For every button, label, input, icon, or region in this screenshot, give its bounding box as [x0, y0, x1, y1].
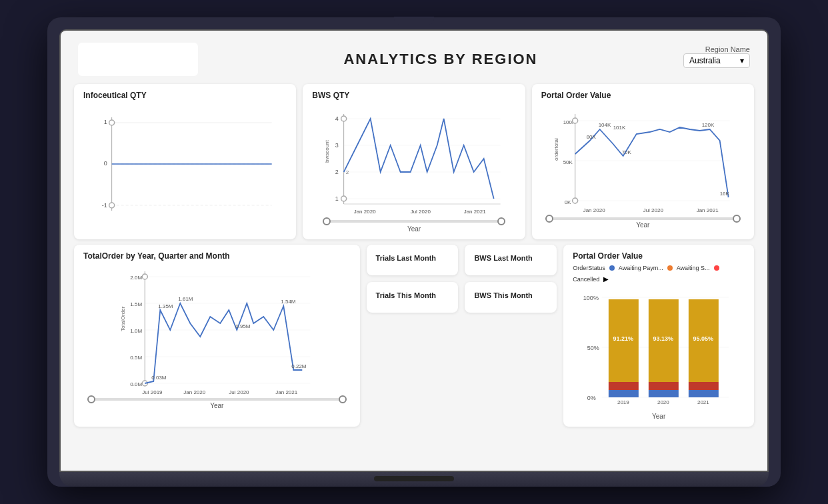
svg-rect-89	[689, 390, 719, 397]
region-filter: Region Name Australia ▾	[683, 45, 750, 68]
filter-label: Region Name	[683, 45, 750, 53]
svg-text:0.22M: 0.22M	[291, 363, 307, 369]
infoceutical-chart: 1 0 -1	[83, 104, 287, 217]
svg-text:1.54M: 1.54M	[281, 299, 296, 305]
svg-point-36	[572, 198, 577, 203]
svg-rect-83	[649, 382, 679, 390]
svg-rect-84	[649, 390, 679, 397]
svg-text:TotalOrder: TotalOrder	[120, 306, 126, 331]
legend-cancelled: Cancelled	[573, 276, 599, 283]
svg-text:2: 2	[346, 169, 349, 175]
svg-text:0: 0	[104, 160, 107, 167]
svg-text:2: 2	[335, 169, 339, 175]
legend-more-icon[interactable]: ▶	[603, 275, 609, 283]
bws-this-month-card: BWS This Month	[465, 282, 557, 313]
total-order-slider[interactable]	[87, 398, 347, 401]
svg-text:1.0M: 1.0M	[130, 328, 142, 334]
portal-order-year-label: Year	[541, 221, 745, 229]
chevron-down-icon: ▾	[740, 56, 744, 65]
bws-qty-slider[interactable]	[323, 220, 505, 223]
svg-text:50%: 50%	[587, 345, 599, 351]
order-status-label: OrderStatus	[573, 265, 605, 271]
portal-order-value-top-title: Portal Order Value	[541, 91, 745, 100]
svg-text:101K: 101K	[613, 125, 625, 131]
dashboard-header: ANALYTICS BY REGION Region Name Australi…	[67, 37, 761, 79]
order-status-legend: OrderStatus Awaiting Paym... Awaiting S.…	[573, 265, 745, 283]
total-order-year-label: Year	[83, 402, 351, 409]
top-row-grid: Infoceutical QTY 1 0 -1	[67, 79, 761, 245]
svg-point-21	[341, 116, 347, 121]
bws-qty-card: BWS QTY bwscount 4 3 2 1	[303, 84, 525, 239]
page-title: ANALYTICS BY REGION	[343, 51, 537, 68]
svg-text:0.95M: 0.95M	[235, 323, 251, 329]
svg-text:Jul 2020: Jul 2020	[411, 209, 431, 215]
svg-text:ordertotal: ordertotal	[553, 138, 559, 161]
svg-text:Jan 2020: Jan 2020	[183, 389, 205, 395]
svg-text:1.35M: 1.35M	[158, 303, 173, 309]
svg-text:3: 3	[335, 142, 339, 149]
svg-text:95.05%: 95.05%	[693, 335, 714, 342]
infoceutical-title: Infoceutical QTY	[83, 91, 287, 100]
mini-cards-column: Trials Last Month BWS Last Month Trials …	[367, 245, 557, 427]
bws-qty-year-label: Year	[312, 225, 515, 233]
stacked-bar-chart: 100% 50% 0% 91.21%	[573, 285, 745, 411]
svg-text:Jul 2020: Jul 2020	[229, 389, 249, 395]
svg-point-22	[341, 196, 347, 201]
svg-text:50K: 50K	[563, 159, 573, 165]
bottom-row-grid: TotalOrder by Year, Quarter and Month To…	[67, 245, 761, 433]
svg-text:80K: 80K	[586, 134, 596, 140]
svg-text:Jul 2020: Jul 2020	[643, 207, 663, 213]
svg-text:70K: 70K	[621, 149, 631, 155]
legend-awaiting-ship: Awaiting S...	[677, 265, 710, 271]
bws-this-month-title: BWS This Month	[474, 291, 547, 299]
svg-text:Jan 2021: Jan 2021	[464, 209, 486, 215]
trials-last-month-title: Trials Last Month	[376, 254, 449, 262]
bws-last-month-card: BWS Last Month	[465, 245, 557, 275]
svg-text:bwscount: bwscount	[324, 139, 330, 163]
company-logo	[78, 43, 198, 76]
laptop-screen: ANALYTICS BY REGION Region Name Australi…	[59, 29, 769, 472]
legend-dot-awaiting-ship	[667, 265, 673, 271]
trials-last-month-card: Trials Last Month	[367, 245, 459, 275]
svg-point-58	[142, 274, 147, 279]
bws-qty-title: BWS QTY	[312, 91, 515, 100]
svg-text:Jan 2021: Jan 2021	[696, 207, 718, 213]
laptop-base	[59, 472, 769, 487]
camera-notch	[394, 17, 434, 25]
svg-text:Jan 2020: Jan 2020	[354, 209, 376, 215]
portal-order-slider[interactable]	[545, 217, 741, 220]
svg-text:1.5M: 1.5M	[130, 301, 142, 307]
svg-rect-79	[609, 390, 639, 397]
svg-text:2.0M: 2.0M	[130, 275, 142, 281]
svg-point-35	[572, 118, 577, 123]
portal-order-value-top-card: Portal Order Value ordertotal 100K 50K 0…	[532, 84, 754, 239]
svg-text:0.0M: 0.0M	[130, 381, 142, 387]
svg-text:Jan 2020: Jan 2020	[583, 207, 605, 213]
dashboard: ANALYTICS BY REGION Region Name Australi…	[61, 31, 767, 471]
portal-order-value-top-chart: ordertotal 100K 50K 0K	[541, 104, 745, 217]
total-order-chart: TotalOrder 2.0M 1.5M 1.0M 0.5M 0.0M	[83, 265, 351, 398]
legend-awaiting-pay: Awaiting Paym...	[619, 265, 663, 271]
svg-text:104K: 104K	[598, 122, 611, 128]
infoceutical-qty-card: Infoceutical QTY 1 0 -1	[74, 84, 296, 239]
svg-text:120K: 120K	[701, 122, 714, 128]
laptop-outer: ANALYTICS BY REGION Region Name Australi…	[47, 17, 781, 487]
portal-order-value-bottom-card: Portal Order Value OrderStatus Awaiting …	[563, 245, 754, 427]
legend-dot-awaiting-pay	[609, 265, 615, 271]
svg-text:0K: 0K	[564, 199, 571, 205]
mini-cards-top: Trials Last Month BWS Last Month	[367, 245, 557, 275]
svg-text:2019: 2019	[617, 399, 629, 405]
region-select[interactable]: Australia ▾	[683, 53, 750, 68]
svg-text:0.03M: 0.03M	[151, 375, 167, 381]
svg-text:Jan 2021: Jan 2021	[275, 389, 297, 395]
svg-text:1: 1	[104, 119, 107, 125]
svg-rect-78	[609, 382, 639, 390]
svg-text:-1: -1	[102, 202, 107, 209]
legend-dot-cancelled	[714, 265, 719, 271]
total-order-title: TotalOrder by Year, Quarter and Month	[83, 251, 351, 261]
portal-order-value-bottom-title: Portal Order Value	[573, 251, 745, 261]
trials-this-month-card: Trials This Month	[367, 282, 459, 313]
svg-text:4: 4	[335, 115, 339, 122]
svg-text:93.13%: 93.13%	[653, 335, 674, 342]
svg-text:0.5M: 0.5M	[130, 355, 142, 361]
